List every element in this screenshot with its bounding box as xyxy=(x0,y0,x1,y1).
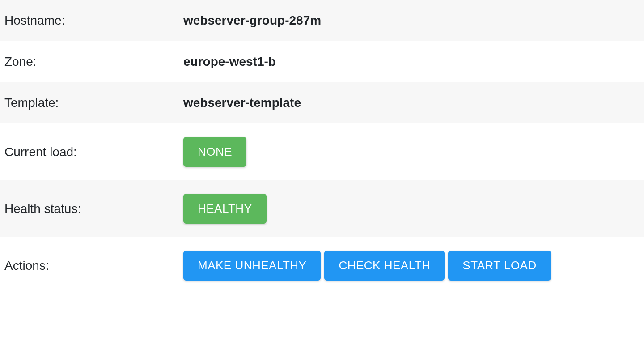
row-hostname: Hostname: webserver-group-287m xyxy=(0,0,644,41)
make-unhealthy-button[interactable]: MAKE UNHEALTHY xyxy=(183,251,321,281)
start-load-button[interactable]: START LOAD xyxy=(448,251,551,281)
label-health-status: Health status: xyxy=(0,188,179,230)
label-current-load: Current load: xyxy=(0,132,179,173)
value-actions: MAKE UNHEALTHY CHECK HEALTH START LOAD xyxy=(179,237,644,294)
row-zone: Zone: europe-west1-b xyxy=(0,41,644,82)
value-current-load: NONE xyxy=(179,123,644,180)
value-hostname: webserver-group-287m xyxy=(179,0,644,41)
check-health-button[interactable]: CHECK HEALTH xyxy=(324,251,445,281)
row-actions: Actions: MAKE UNHEALTHY CHECK HEALTH STA… xyxy=(0,237,644,294)
value-health-status: HEALTHY xyxy=(179,180,644,237)
load-badge: NONE xyxy=(183,137,246,167)
instance-info-table: Hostname: webserver-group-287m Zone: eur… xyxy=(0,0,644,294)
row-current-load: Current load: NONE xyxy=(0,123,644,180)
value-zone: europe-west1-b xyxy=(179,41,644,82)
health-badge: HEALTHY xyxy=(183,194,267,224)
label-template: Template: xyxy=(0,82,179,123)
label-actions: Actions: xyxy=(0,245,179,286)
row-template: Template: webserver-template xyxy=(0,82,644,123)
label-hostname: Hostname: xyxy=(0,0,179,41)
row-health-status: Health status: HEALTHY xyxy=(0,180,644,237)
label-zone: Zone: xyxy=(0,41,179,82)
value-template: webserver-template xyxy=(179,82,644,123)
